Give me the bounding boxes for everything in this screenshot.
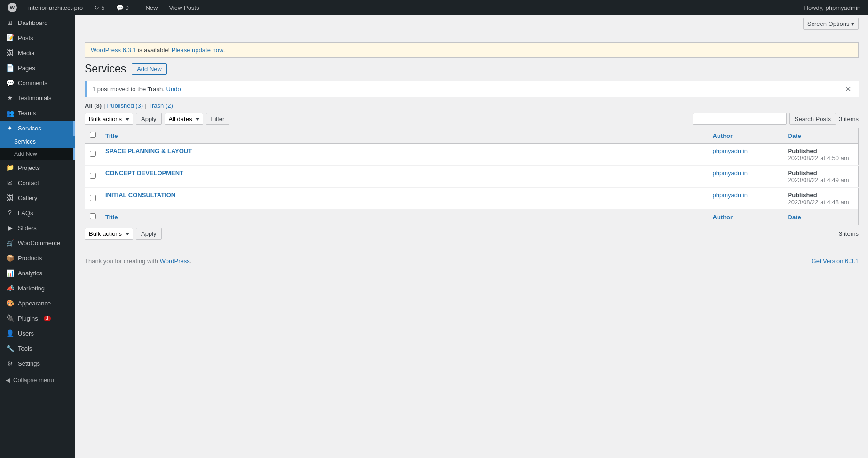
sidebar-item-settings[interactable]: ⚙ Settings: [0, 356, 75, 371]
sidebar-item-faqs[interactable]: ? FAQs: [0, 205, 75, 220]
sidebar-link-dashboard[interactable]: ⊞ Dashboard: [0, 15, 75, 30]
sidebar-link-posts[interactable]: 📝 Posts: [0, 30, 75, 45]
filter-published-link[interactable]: Published (3): [107, 102, 143, 109]
select-all-checkbox-top[interactable]: [90, 132, 96, 138]
row-checkbox[interactable]: [90, 151, 96, 157]
sidebar-item-analytics[interactable]: 📊 Analytics: [0, 265, 75, 281]
row-author-link[interactable]: phpmyadmin: [713, 192, 748, 199]
updates-button[interactable]: ↻ 5: [90, 0, 108, 15]
notice-close-button[interactable]: ✕: [843, 85, 853, 94]
update-notice-update-link[interactable]: Please update now: [172, 47, 223, 54]
new-button[interactable]: + New: [136, 0, 162, 15]
row-author-link[interactable]: phpmyadmin: [713, 169, 748, 177]
contact-icon: ✉: [6, 179, 14, 186]
sidebar-item-services[interactable]: ✦ Services Services Add New: [0, 121, 75, 160]
row-checkbox[interactable]: [90, 173, 96, 179]
date-filter-select-top[interactable]: All dates: [165, 113, 203, 125]
sidebar-link-media[interactable]: 🖼 Media: [0, 45, 75, 60]
submenu-link-services-main[interactable]: Services: [0, 136, 75, 148]
sidebar-link-plugins[interactable]: 🔌 Plugins 3: [0, 311, 75, 326]
bulk-actions-select-bottom[interactable]: Bulk actions: [85, 228, 133, 240]
sidebar-item-woocommerce[interactable]: 🛒 WooCommerce: [0, 235, 75, 250]
sidebar-item-teams[interactable]: 👥 Teams: [0, 105, 75, 121]
footer-wordpress-link[interactable]: WordPress: [160, 257, 190, 265]
submenu-item-add-new[interactable]: Add New: [0, 148, 75, 160]
submenu-link-add-new[interactable]: Add New: [0, 148, 75, 160]
footer-version-link[interactable]: Get Version 6.3.1: [812, 257, 859, 265]
sidebar-label-users: Users: [18, 330, 34, 337]
undo-link[interactable]: Undo: [166, 86, 181, 93]
users-icon: 👤: [6, 329, 14, 337]
row-title-link[interactable]: SPACE PLANNING & LAYOUT: [105, 147, 192, 154]
sidebar-link-tools[interactable]: 🔧 Tools: [0, 341, 75, 356]
row-author-link[interactable]: phpmyadmin: [713, 147, 748, 154]
filter-all-link[interactable]: All (3): [85, 102, 102, 109]
sidebar-link-pages[interactable]: 📄 Pages: [0, 60, 75, 75]
date-sort-link[interactable]: Date: [788, 132, 801, 139]
select-all-checkbox-bottom[interactable]: [90, 213, 96, 219]
sidebar-item-appearance[interactable]: 🎨 Appearance: [0, 296, 75, 311]
sidebar-link-teams[interactable]: 👥 Teams: [0, 105, 75, 121]
sidebar-link-appearance[interactable]: 🎨 Appearance: [0, 296, 75, 311]
sidebar-link-testimonials[interactable]: ★ Testimonials: [0, 90, 75, 105]
services-icon: ✦: [6, 124, 14, 132]
wp-footer: Thank you for creating with WordPress. G…: [75, 252, 868, 270]
sidebar-link-marketing[interactable]: 📣 Marketing: [0, 281, 75, 296]
bulk-actions-select-top[interactable]: Bulk actions: [85, 113, 133, 125]
sidebar-item-testimonials[interactable]: ★ Testimonials: [0, 90, 75, 105]
row-checkbox[interactable]: [90, 195, 96, 201]
sidebar-link-projects[interactable]: 📁 Projects: [0, 160, 75, 175]
sidebar-item-gallery[interactable]: 🖼 Gallery: [0, 190, 75, 205]
view-posts-label: View Posts: [169, 4, 199, 11]
sidebar-link-services[interactable]: ✦ Services: [0, 121, 75, 136]
search-posts-input[interactable]: [693, 113, 787, 125]
sidebar-item-plugins[interactable]: 🔌 Plugins 3: [0, 311, 75, 326]
sidebar-item-marketing[interactable]: 📣 Marketing: [0, 281, 75, 296]
add-new-button[interactable]: Add New: [132, 63, 167, 75]
sidebar-item-projects[interactable]: 📁 Projects: [0, 160, 75, 175]
sidebar-item-users[interactable]: 👤 Users: [0, 326, 75, 341]
sidebar-item-products[interactable]: 📦 Products: [0, 250, 75, 265]
search-posts-button[interactable]: Search Posts: [789, 113, 836, 125]
sidebar-item-sliders[interactable]: ▶ Sliders: [0, 220, 75, 235]
sidebar-item-posts[interactable]: 📝 Posts: [0, 30, 75, 45]
screen-options-button[interactable]: Screen Options ▾: [803, 18, 859, 30]
sidebar-link-faqs[interactable]: ? FAQs: [0, 205, 75, 220]
filter-published-label: Published: [107, 102, 134, 109]
view-posts-button[interactable]: View Posts: [165, 0, 203, 15]
sidebar-link-settings[interactable]: ⚙ Settings: [0, 356, 75, 371]
tablenav-bottom-right: 3 items: [839, 230, 859, 237]
page-title: Services: [85, 63, 126, 75]
sidebar-link-gallery[interactable]: 🖼 Gallery: [0, 190, 75, 205]
sidebar-link-woocommerce[interactable]: 🛒 WooCommerce: [0, 235, 75, 250]
sidebar-link-analytics[interactable]: 📊 Analytics: [0, 265, 75, 281]
sidebar-item-pages[interactable]: 📄 Pages: [0, 60, 75, 75]
row-title-link[interactable]: INITIAL CONSULTATION: [105, 192, 175, 199]
filter-trash-link[interactable]: Trash (2): [149, 102, 173, 109]
comments-button[interactable]: 💬 0: [112, 0, 133, 15]
sidebar-link-sliders[interactable]: ▶ Sliders: [0, 220, 75, 235]
title-sort-link[interactable]: Title: [105, 132, 118, 139]
apply-button-bottom[interactable]: Apply: [136, 228, 162, 240]
filter-button-top[interactable]: Filter: [206, 113, 230, 125]
sidebar-item-dashboard[interactable]: ⊞ Dashboard: [0, 15, 75, 30]
sidebar-item-tools[interactable]: 🔧 Tools: [0, 341, 75, 356]
apply-button-top[interactable]: Apply: [136, 113, 162, 125]
wp-logo-button[interactable]: W: [4, 0, 21, 15]
sidebar-link-users[interactable]: 👤 Users: [0, 326, 75, 341]
sidebar-item-media[interactable]: 🖼 Media: [0, 45, 75, 60]
analytics-icon: 📊: [6, 269, 14, 277]
submenu-item-services-main[interactable]: Services: [0, 136, 75, 148]
site-name-button[interactable]: interior-architect-pro: [24, 0, 87, 15]
row-title-link[interactable]: CONCEPT DEVELOPMENT: [105, 169, 183, 177]
collapse-menu-button[interactable]: ◀ Collapse menu: [0, 371, 75, 389]
sidebar-item-contact[interactable]: ✉ Contact: [0, 175, 75, 190]
sidebar-link-contact[interactable]: ✉ Contact: [0, 175, 75, 190]
row-checkbox-cell: [85, 144, 101, 166]
header-author-col: Author: [708, 128, 783, 144]
sidebar-item-comments[interactable]: 💬 Comments: [0, 75, 75, 90]
update-notice-version-link[interactable]: WordPress 6.3.1: [91, 47, 136, 54]
sidebar-link-products[interactable]: 📦 Products: [0, 250, 75, 265]
sidebar-link-comments[interactable]: 💬 Comments: [0, 75, 75, 90]
admin-menu: ⊞ Dashboard 📝 Posts 🖼 Media 📄 P: [0, 15, 75, 371]
